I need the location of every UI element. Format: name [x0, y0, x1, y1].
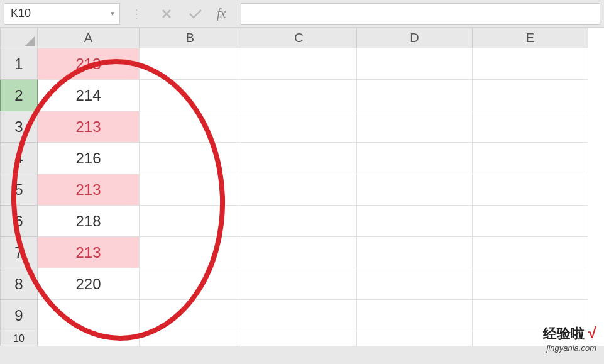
- cell[interactable]: [241, 80, 357, 111]
- cell[interactable]: 213: [38, 237, 140, 268]
- cell[interactable]: [357, 331, 473, 346]
- cell[interactable]: [357, 111, 473, 143]
- table-row: 3213: [1, 111, 588, 143]
- cell[interactable]: 220: [38, 268, 140, 300]
- cell[interactable]: [473, 48, 588, 80]
- cell[interactable]: [357, 268, 473, 300]
- cell[interactable]: [140, 268, 241, 300]
- col-header-C[interactable]: C: [241, 28, 357, 48]
- cell[interactable]: 216: [38, 143, 140, 174]
- table-row: 2214: [1, 80, 588, 111]
- formula-input[interactable]: [241, 3, 600, 25]
- table-row: 9: [1, 300, 588, 331]
- cell[interactable]: [357, 174, 473, 206]
- cell[interactable]: [473, 300, 588, 331]
- cell[interactable]: [241, 331, 357, 346]
- row-header[interactable]: 1: [1, 48, 38, 80]
- row-header[interactable]: 9: [1, 300, 38, 331]
- cell[interactable]: [38, 331, 140, 346]
- row-header[interactable]: 7: [1, 237, 38, 268]
- cell[interactable]: [241, 111, 357, 143]
- cell[interactable]: [473, 143, 588, 174]
- cell[interactable]: [473, 206, 588, 237]
- cell[interactable]: 213: [38, 48, 140, 80]
- cell[interactable]: 213: [38, 174, 140, 206]
- row-header[interactable]: 5: [1, 174, 38, 206]
- cell[interactable]: [241, 48, 357, 80]
- cancel-icon[interactable]: [159, 8, 174, 19]
- cell[interactable]: [38, 300, 140, 331]
- cell[interactable]: [473, 174, 588, 206]
- cell[interactable]: [473, 268, 588, 300]
- cell[interactable]: [241, 237, 357, 268]
- cell[interactable]: [473, 111, 588, 143]
- col-header-B[interactable]: B: [140, 28, 241, 48]
- cell[interactable]: 214: [38, 80, 140, 111]
- name-box[interactable]: K10 ▼: [4, 3, 120, 25]
- spreadsheet-grid: A B C D E 121322143213421652136218721382…: [0, 28, 604, 346]
- divider-icon: ⋮: [128, 6, 144, 21]
- grid-table: A B C D E 121322143213421652136218721382…: [0, 28, 588, 346]
- confirm-icon[interactable]: [188, 8, 203, 19]
- table-row: 7213: [1, 237, 588, 268]
- cell[interactable]: [473, 237, 588, 268]
- cell[interactable]: [241, 300, 357, 331]
- cell[interactable]: [357, 48, 473, 80]
- col-header-A[interactable]: A: [38, 28, 140, 48]
- fx-controls: fx: [151, 6, 233, 21]
- cell[interactable]: [357, 143, 473, 174]
- cell[interactable]: [140, 300, 241, 331]
- cell[interactable]: [473, 80, 588, 111]
- fx-label[interactable]: fx: [217, 6, 226, 21]
- table-row: 5213: [1, 174, 588, 206]
- cell[interactable]: [357, 206, 473, 237]
- col-header-E[interactable]: E: [473, 28, 588, 48]
- cell[interactable]: [241, 143, 357, 174]
- row-header[interactable]: 8: [1, 268, 38, 300]
- cell[interactable]: [140, 206, 241, 237]
- cell[interactable]: [140, 237, 241, 268]
- table-row: 1213: [1, 48, 588, 80]
- cell[interactable]: [140, 111, 241, 143]
- row-header[interactable]: 2: [1, 80, 38, 111]
- formula-bar: K10 ▼ ⋮ fx: [0, 0, 604, 28]
- table-row: 10: [1, 331, 588, 346]
- dropdown-icon[interactable]: ▼: [109, 10, 116, 17]
- cell[interactable]: [241, 268, 357, 300]
- column-header-row: A B C D E: [1, 28, 588, 48]
- name-box-value: K10: [11, 7, 31, 20]
- cell[interactable]: 218: [38, 206, 140, 237]
- row-header[interactable]: 3: [1, 111, 38, 143]
- row-header[interactable]: 4: [1, 143, 38, 174]
- cell[interactable]: 213: [38, 111, 140, 143]
- cell[interactable]: [140, 80, 241, 111]
- cell[interactable]: [357, 237, 473, 268]
- table-row: 8220: [1, 268, 588, 300]
- cell[interactable]: [140, 143, 241, 174]
- cell[interactable]: [357, 80, 473, 111]
- table-row: 4216: [1, 143, 588, 174]
- cell[interactable]: [140, 174, 241, 206]
- col-header-D[interactable]: D: [357, 28, 473, 48]
- row-header[interactable]: 6: [1, 206, 38, 237]
- select-all-corner[interactable]: [1, 28, 38, 48]
- row-header[interactable]: 10: [1, 331, 38, 346]
- cell[interactable]: [140, 48, 241, 80]
- cell[interactable]: [241, 206, 357, 237]
- table-row: 6218: [1, 206, 588, 237]
- cell[interactable]: [357, 300, 473, 331]
- cell[interactable]: [473, 331, 588, 346]
- cell[interactable]: [140, 331, 241, 346]
- cell[interactable]: [241, 174, 357, 206]
